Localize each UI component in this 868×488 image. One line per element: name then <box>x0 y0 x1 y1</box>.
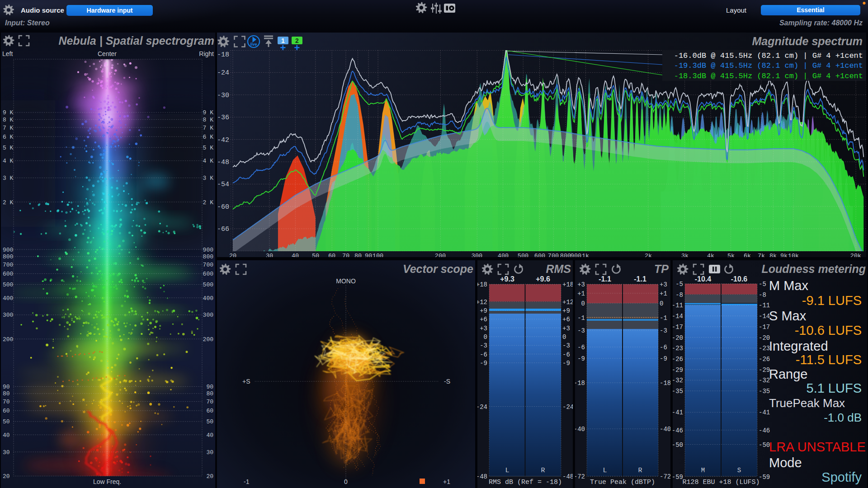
svg-text:4 K: 4 K <box>3 158 14 164</box>
svg-text:6 K: 6 K <box>203 134 214 141</box>
svg-text:S Max: S Max <box>769 309 807 323</box>
svg-text:-8: -8 <box>675 291 683 299</box>
svg-text:-18.3dB @ 415.5Hz (82.1 cm) |: -18.3dB @ 415.5Hz (82.1 cm) | G# 4 +1cen… <box>674 72 863 80</box>
svg-text:50: 50 <box>206 418 213 425</box>
svg-text:-6: -6 <box>660 344 667 351</box>
svg-text:Vector scope: Vector scope <box>403 263 473 275</box>
svg-text:-11.5 LUFS: -11.5 LUFS <box>796 352 862 367</box>
svg-text:Integrated: Integrated <box>769 339 828 353</box>
svg-text:5 K: 5 K <box>3 145 14 151</box>
svg-text:10k: 10k <box>788 253 799 257</box>
svg-text:400: 400 <box>498 253 509 257</box>
svg-text:+: + <box>280 42 286 53</box>
svg-text:-3: -3 <box>577 327 585 334</box>
svg-text:-48: -48 <box>562 473 573 480</box>
svg-text:600: 600 <box>203 271 213 277</box>
svg-text:+9: +9 <box>562 307 570 314</box>
svg-text:6k: 6k <box>744 253 751 257</box>
svg-text:500: 500 <box>518 253 528 257</box>
svg-text:-66: -66 <box>217 225 229 233</box>
svg-text:+3: +3 <box>480 325 487 332</box>
svg-text:-10.6 LUFS: -10.6 LUFS <box>795 323 862 338</box>
svg-text:Right: Right <box>199 50 214 57</box>
svg-text:900: 900 <box>203 247 213 253</box>
svg-text:60: 60 <box>328 253 335 257</box>
svg-text:-26: -26 <box>759 356 770 363</box>
svg-text:-46: -46 <box>759 427 770 434</box>
svg-text:-32: -32 <box>673 377 683 384</box>
svg-text:20: 20 <box>206 473 213 480</box>
svg-text:1k: 1k <box>582 253 589 257</box>
svg-text:-14: -14 <box>759 313 770 320</box>
svg-text:MONO: MONO <box>336 277 356 285</box>
svg-text:R: R <box>638 467 642 474</box>
svg-text:-40: -40 <box>660 426 670 433</box>
svg-text:+12: +12 <box>562 299 573 306</box>
svg-text:-26: -26 <box>673 356 683 363</box>
svg-text:0: 0 <box>660 300 663 307</box>
svg-text:R128 EBU +18 (LUFS): R128 EBU +18 (LUFS) <box>682 479 760 486</box>
svg-text:4 K: 4 K <box>203 158 214 164</box>
svg-text:-46: -46 <box>673 427 683 434</box>
svg-text:-35: -35 <box>759 388 770 395</box>
svg-text:+3: +3 <box>577 281 585 288</box>
svg-text:-50: -50 <box>673 441 683 449</box>
svg-text:30: 30 <box>206 449 213 456</box>
svg-text:70: 70 <box>3 399 10 405</box>
svg-text:8k: 8k <box>769 253 777 257</box>
svg-text:-1.0 dB: -1.0 dB <box>824 411 862 424</box>
svg-text:True Peak (dBTP): True Peak (dBTP) <box>590 479 655 486</box>
svg-text:5 K: 5 K <box>203 145 214 151</box>
svg-text:+1: +1 <box>443 478 450 485</box>
svg-text:live: live <box>250 42 257 47</box>
svg-text:-1: -1 <box>577 314 585 322</box>
svg-text:+12: +12 <box>477 299 487 306</box>
svg-text:-6: -6 <box>480 351 487 358</box>
svg-text:8 K: 8 K <box>3 117 14 123</box>
svg-text:R: R <box>541 467 545 474</box>
svg-text:TruePeak Max: TruePeak Max <box>769 396 845 410</box>
svg-text:400: 400 <box>3 295 13 302</box>
svg-text:0: 0 <box>484 333 487 341</box>
svg-text:-40: -40 <box>575 426 585 433</box>
svg-text:+9.3: +9.3 <box>500 275 514 283</box>
svg-text:9 K: 9 K <box>203 109 214 116</box>
svg-text:Center: Center <box>98 50 117 57</box>
svg-text:-72: -72 <box>575 473 585 480</box>
svg-text:900: 900 <box>571 253 581 257</box>
svg-text:800: 800 <box>560 253 571 257</box>
svg-text:Nebula | Spatial spectrogram: Nebula | Spatial spectrogram <box>58 34 214 47</box>
svg-text:-S: -S <box>444 378 450 385</box>
svg-text:700: 700 <box>3 262 13 268</box>
svg-text:-23: -23 <box>759 345 770 352</box>
svg-text:0: 0 <box>581 300 585 307</box>
svg-text:Range: Range <box>769 367 807 381</box>
svg-text:-41: -41 <box>759 409 770 416</box>
svg-text:300: 300 <box>203 312 213 319</box>
svg-text:20k: 20k <box>850 253 861 257</box>
svg-text:Mode: Mode <box>769 455 802 470</box>
svg-text:+S: +S <box>242 378 250 385</box>
svg-text:-32: -32 <box>759 377 770 384</box>
svg-text:-17: -17 <box>759 324 770 331</box>
svg-text:-29: -29 <box>673 366 683 374</box>
svg-text:-24: -24 <box>477 404 487 411</box>
svg-text:-3: -3 <box>562 342 570 349</box>
svg-text:2 K: 2 K <box>203 199 214 206</box>
svg-text:+6: +6 <box>480 316 487 323</box>
svg-text:+3: +3 <box>660 281 667 288</box>
svg-text:-10.4: -10.4 <box>695 275 712 283</box>
svg-text:-1.1: -1.1 <box>599 275 611 283</box>
svg-text:200: 200 <box>3 336 13 343</box>
svg-text:800: 800 <box>203 253 213 260</box>
svg-text:3 K: 3 K <box>203 175 214 182</box>
svg-text:-41: -41 <box>673 409 683 416</box>
svg-text:Left: Left <box>2 50 13 57</box>
svg-text:80: 80 <box>354 253 362 257</box>
svg-text:-18: -18 <box>575 380 585 387</box>
svg-text:-8: -8 <box>759 291 766 299</box>
svg-text:50: 50 <box>312 253 319 257</box>
svg-text:L: L <box>603 467 607 474</box>
svg-text:-9: -9 <box>577 355 585 362</box>
svg-text:400: 400 <box>203 295 213 302</box>
